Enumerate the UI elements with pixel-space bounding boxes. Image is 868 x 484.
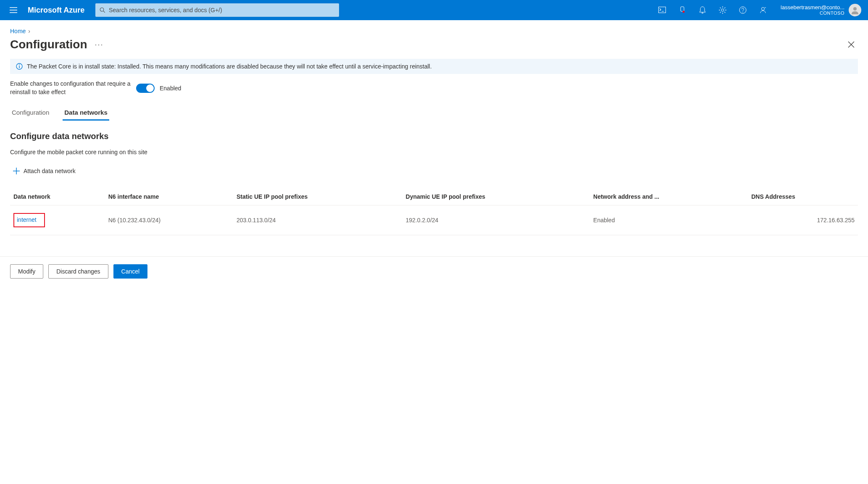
col-static[interactable]: Static UE IP pool prefixes bbox=[233, 189, 402, 205]
section-desc: Configure the mobile packet core running… bbox=[10, 149, 858, 155]
top-bar: Microsoft Azure lassebertrasmen@conto...… bbox=[0, 0, 868, 20]
cloud-shell-icon[interactable] bbox=[652, 0, 672, 20]
attach-label: Attach data network bbox=[24, 168, 76, 174]
account-menu[interactable]: lassebertrasmen@conto... CONTOSO bbox=[773, 4, 865, 16]
enable-toggle-label: Enable changes to configuration that req… bbox=[10, 80, 136, 96]
avatar bbox=[849, 4, 861, 16]
tab-data-networks[interactable]: Data networks bbox=[63, 105, 109, 121]
help-icon[interactable] bbox=[733, 0, 753, 20]
svg-point-8 bbox=[683, 11, 685, 13]
section-title: Configure data networks bbox=[10, 132, 858, 141]
chevron-right-icon: › bbox=[27, 28, 31, 34]
search-icon bbox=[100, 7, 105, 13]
account-tenant: CONTOSO bbox=[781, 11, 844, 16]
col-dns[interactable]: DNS Addresses bbox=[748, 189, 858, 205]
col-n6[interactable]: N6 interface name bbox=[105, 189, 233, 205]
info-message: The Packet Core is in install state: Ins… bbox=[27, 63, 432, 70]
svg-rect-5 bbox=[659, 7, 666, 13]
more-actions-button[interactable]: ··· bbox=[95, 40, 104, 49]
attach-data-network-button[interactable]: Attach data network bbox=[10, 167, 76, 175]
menu-icon[interactable] bbox=[3, 0, 24, 20]
tab-configuration[interactable]: Configuration bbox=[10, 105, 51, 121]
svg-rect-7 bbox=[681, 7, 684, 11]
brand-label[interactable]: Microsoft Azure bbox=[24, 6, 94, 15]
info-banner: The Packet Core is in install state: Ins… bbox=[10, 59, 858, 74]
data-network-link[interactable]: internet bbox=[13, 213, 45, 227]
page-title: Configuration bbox=[10, 38, 87, 51]
data-networks-table: Data network N6 interface name Static UE… bbox=[10, 189, 858, 235]
feedback-icon[interactable] bbox=[753, 0, 773, 20]
enable-toggle-state: Enabled bbox=[160, 85, 181, 92]
tabs: Configuration Data networks bbox=[10, 105, 858, 121]
col-data-network[interactable]: Data network bbox=[10, 189, 105, 205]
col-dynamic[interactable]: Dynamic UE IP pool prefixes bbox=[402, 189, 590, 205]
info-icon bbox=[16, 63, 23, 70]
svg-line-16 bbox=[724, 12, 725, 13]
svg-line-4 bbox=[103, 11, 105, 13]
footer-actions: Modify Discard changes Cancel bbox=[0, 256, 868, 286]
svg-point-3 bbox=[100, 8, 104, 11]
svg-point-10 bbox=[721, 9, 724, 11]
account-email: lassebertrasmen@conto... bbox=[781, 4, 844, 11]
discard-button[interactable]: Discard changes bbox=[48, 264, 108, 279]
plus-icon bbox=[13, 167, 20, 175]
settings-icon[interactable] bbox=[713, 0, 733, 20]
global-search[interactable] bbox=[95, 3, 339, 17]
cell-nat: Enabled bbox=[590, 205, 748, 235]
table-row: internet N6 (10.232.43.0/24) 203.0.113.0… bbox=[10, 205, 858, 235]
breadcrumb: Home › bbox=[0, 20, 868, 36]
svg-line-18 bbox=[724, 8, 725, 8]
svg-point-22 bbox=[853, 7, 857, 11]
svg-point-20 bbox=[742, 12, 743, 13]
search-input[interactable] bbox=[105, 7, 335, 13]
svg-point-26 bbox=[19, 65, 20, 66]
svg-line-17 bbox=[720, 12, 721, 13]
enable-toggle[interactable] bbox=[136, 84, 155, 93]
copilot-icon[interactable] bbox=[672, 0, 692, 20]
cell-n6: N6 (10.232.43.0/24) bbox=[105, 205, 233, 235]
cell-dynamic: 192.0.2.0/24 bbox=[402, 205, 590, 235]
cancel-button[interactable]: Cancel bbox=[113, 264, 148, 279]
close-button[interactable] bbox=[844, 38, 858, 51]
col-nat[interactable]: Network address and ... bbox=[590, 189, 748, 205]
cell-static: 203.0.113.0/24 bbox=[233, 205, 402, 235]
modify-button[interactable]: Modify bbox=[10, 264, 43, 279]
svg-point-21 bbox=[762, 8, 765, 11]
cell-dns: 172.16.63.255 bbox=[748, 205, 858, 235]
svg-point-19 bbox=[739, 7, 746, 13]
title-bar: Configuration ··· bbox=[0, 36, 868, 59]
breadcrumb-home[interactable]: Home bbox=[10, 28, 26, 34]
enable-toggle-row: Enable changes to configuration that req… bbox=[10, 80, 858, 96]
notifications-icon[interactable] bbox=[692, 0, 713, 20]
svg-line-15 bbox=[720, 8, 721, 8]
